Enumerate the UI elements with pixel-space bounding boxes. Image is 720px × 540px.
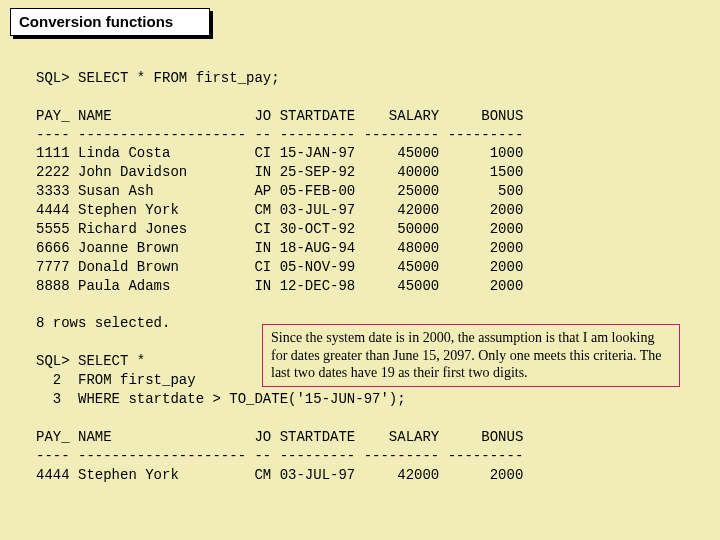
table-divider: ---- -------------------- -- --------- -…	[36, 448, 523, 464]
table-row: 1111 Linda Costa CI 15-JAN-97 45000 1000	[36, 145, 523, 161]
annotation-callout: Since the system date is in 2000, the as…	[262, 324, 680, 387]
table-row: 3333 Susan Ash AP 05-FEB-00 25000 500	[36, 183, 523, 199]
query-2-line: 3 WHERE startdate > TO_DATE('15-JUN-97')…	[36, 391, 406, 407]
table-row: 4444 Stephen York CM 03-JUL-97 42000 200…	[36, 467, 523, 483]
query-2-line: 2 FROM first_pay	[36, 372, 196, 388]
table-row: 4444 Stephen York CM 03-JUL-97 42000 200…	[36, 202, 523, 218]
table-row: 2222 John Davidson IN 25-SEP-92 40000 15…	[36, 164, 523, 180]
table-row: 5555 Richard Jones CI 30-OCT-92 50000 20…	[36, 221, 523, 237]
table-row: 8888 Paula Adams IN 12-DEC-98 45000 2000	[36, 278, 523, 294]
slide-title: Conversion functions	[10, 8, 210, 36]
table-header: PAY_ NAME JO STARTDATE SALARY BONUS	[36, 108, 523, 124]
table-header: PAY_ NAME JO STARTDATE SALARY BONUS	[36, 429, 523, 445]
table-divider: ---- -------------------- -- --------- -…	[36, 127, 523, 143]
sql-output: SQL> SELECT * FROM first_pay; PAY_ NAME …	[36, 50, 700, 484]
query-1: SQL> SELECT * FROM first_pay;	[36, 70, 280, 86]
table-row: 6666 Joanne Brown IN 18-AUG-94 48000 200…	[36, 240, 523, 256]
rows-selected: 8 rows selected.	[36, 315, 170, 331]
query-2-line: SQL> SELECT *	[36, 353, 145, 369]
table-row: 7777 Donald Brown CI 05-NOV-99 45000 200…	[36, 259, 523, 275]
